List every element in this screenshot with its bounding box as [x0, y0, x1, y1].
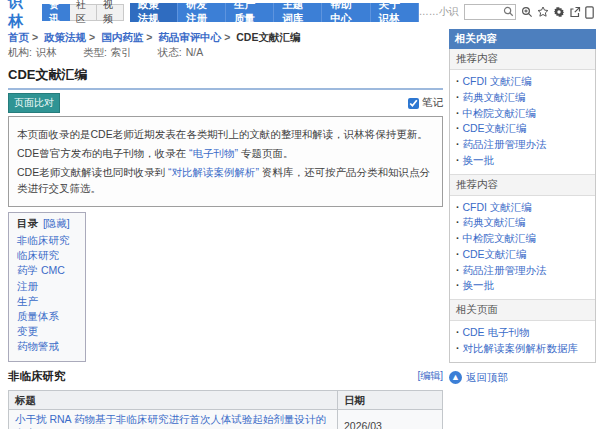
breadcrumb-separator: > [224, 31, 230, 43]
search-icon[interactable] [503, 6, 514, 19]
toc-item-changes[interactable]: 变更 [17, 324, 75, 339]
sidebar-link-registration-measures[interactable]: 药品注册管理办法 [456, 137, 589, 153]
toc-item-nonclinical[interactable]: 非临床研究 [17, 233, 75, 248]
zoom-in-icon[interactable] [521, 6, 533, 18]
tab-community[interactable]: 社区 [70, 4, 97, 21]
intro-paragraph-1: 本页面收录的是CDE老师近期发表在各类期刊上的文献的整理和解读，识林将保持更新。 [17, 127, 434, 142]
page: 识林 资讯 社区 视频 政策法规 研发注册 生产质量 主题词库 帮助中心 关于识… [0, 0, 600, 429]
sidebar-link-pharmacopoeia[interactable]: 药典文献汇编 [456, 90, 589, 106]
breadcrumb-policy[interactable]: 政策法规 [44, 31, 86, 43]
toc-hide-toggle[interactable]: [隐藏] [43, 217, 70, 229]
nav-production-quality[interactable]: 生产质量 [226, 3, 274, 22]
nav-topic-glossary[interactable]: 主题词库 [274, 3, 322, 22]
meta-type-label: 类型: [83, 46, 107, 58]
sidebar-link-nifdc[interactable]: 中检院文献汇编 [456, 231, 589, 247]
related-pages-links: CDE 电子刊物 对比解读案例解析数据库 [450, 321, 595, 362]
note-checkbox[interactable] [408, 98, 419, 109]
breadcrumb-home[interactable]: 首页 [8, 31, 29, 43]
intro-p2-text: CDE曾官方发布的电子刊物，收录在 [17, 147, 189, 159]
toc-title: 目录 [17, 217, 38, 229]
breadcrumb-cde[interactable]: 药品审评中心 [158, 31, 221, 43]
breadcrumb-separator: > [32, 31, 38, 43]
intro-box: 本页面收录的是CDE老师近期发表在各类期刊上的文献的整理和解读，识林将保持更新。… [8, 116, 443, 207]
nav-policy-regulations[interactable]: 政策法规 [130, 3, 178, 22]
meta-type: 类型:索引 [83, 46, 132, 60]
case-analysis-link[interactable]: “对比解读案例解析” [168, 166, 259, 178]
meta-status: 状态:N/A [158, 46, 203, 60]
related-sidebar: 相关内容 推荐内容 CFDI 文献汇编 药典文献汇编 中检院文献汇编 CDE文献… [449, 29, 596, 385]
intro-paragraph-2: CDE曾官方发布的电子刊物，收录在 “电子刊物” 专题页面。 [17, 146, 434, 161]
gear-icon[interactable] [553, 6, 565, 18]
table-row: 小干扰 RNA 药物基于非临床研究进行首次人体试验起始剂量设计的考虑 2026/… [9, 409, 443, 429]
meta-type-value: 索引 [111, 46, 132, 58]
back-to-top-label: 返回顶部 [466, 371, 508, 385]
column-header-date: 日期 [338, 390, 443, 409]
related-pages-title: 相关页面 [450, 299, 595, 321]
sidebar-box: 推荐内容 CFDI 文献汇编 药典文献汇编 中检院文献汇编 CDE文献汇编 药品… [449, 49, 596, 363]
doc-title-cell: 小干扰 RNA 药物基于非临床研究进行首次人体试验起始剂量设计的考虑 [9, 409, 338, 429]
recommended-links-2: CFDI 文献汇编 药典文献汇编 中检院文献汇编 CDE文献汇编 药品注册管理办… [450, 196, 595, 300]
star-icon[interactable] [537, 6, 549, 18]
column-header-title: 标题 [9, 390, 338, 409]
page-title: CDE文献汇编 [8, 64, 443, 90]
sidebar-link-cfdi[interactable]: CFDI 文献汇编 [456, 200, 589, 216]
toc-item-clinical[interactable]: 临床研究 [17, 248, 75, 263]
back-to-top-button[interactable]: ▲ 返回顶部 [449, 371, 596, 385]
sidebar-refresh-link[interactable]: 换一批 [456, 153, 589, 169]
toc-item-registration[interactable]: 注册 [17, 279, 75, 294]
e-journal-link[interactable]: “电子刊物” [189, 147, 238, 159]
nav-rd-registration[interactable]: 研发注册 [178, 3, 226, 22]
meta-org-label: 机构: [8, 46, 32, 58]
meta-status-label: 状态: [158, 46, 182, 58]
breadcrumb: 首页> 政策法规> 国内药监> 药品审评中心> CDE文献汇编 [8, 31, 300, 45]
main-nav: 政策法规 研发注册 生产质量 主题词库 帮助中心 关于识林 [130, 3, 419, 22]
share-icon[interactable] [569, 6, 581, 18]
nonclinical-section: 非临床研究 [编辑] 标题 日期 小干扰 RNA 药物基于非临床研究进行首次人体… [8, 369, 443, 429]
tab-video[interactable]: 视频 [97, 4, 124, 21]
doc-link[interactable]: 小干扰 RNA 药物基于非临床研究进行首次人体试验起始剂量设计的考虑 [15, 413, 326, 429]
sidebar-link-cde[interactable]: CDE文献汇编 [456, 247, 589, 263]
table-of-contents: 目录 [隐藏] 非临床研究 临床研究 药学 CMC 注册 生产 质量体系 变更 … [8, 212, 86, 362]
toc-item-quality-system[interactable]: 质量体系 [17, 309, 75, 324]
recommended-section-title: 推荐内容 [450, 49, 595, 70]
sidebar-refresh-link[interactable]: 换一批 [456, 278, 589, 294]
toc-title-row: 目录 [隐藏] [17, 217, 75, 231]
page-compare-button[interactable]: 页面比对 [8, 93, 60, 113]
section-edit-link[interactable]: [编辑] [417, 369, 443, 383]
search-box [464, 4, 516, 20]
breadcrumb-separator: > [89, 31, 95, 43]
section-header: 非临床研究 [编辑] [8, 369, 443, 384]
documents-table: 标题 日期 小干扰 RNA 药物基于非临床研究进行首次人体试验起始剂量设计的考虑… [8, 390, 443, 429]
toolbar-icons [521, 6, 594, 19]
toc-item-pharmacovigilance[interactable]: 药物警戒 [17, 339, 75, 354]
nav-about[interactable]: 关于识林 [371, 3, 419, 22]
main-content: 机构:识林 类型:索引 状态:N/A CDE文献汇编 页面比对 笔记 本页面收录… [8, 46, 443, 429]
breadcrumb-separator: > [146, 31, 152, 43]
toc-item-cmc[interactable]: 药学 CMC [17, 263, 75, 278]
meta-org-value: 识林 [36, 46, 57, 58]
note-toggle[interactable]: 笔记 [408, 96, 443, 110]
sidebar-link-case-database[interactable]: 对比解读案例解析数据库 [456, 341, 589, 357]
section-title: 非临床研究 [8, 369, 66, 384]
intro-p3-text: CDE老师文献解读也同时收录到 [17, 166, 168, 178]
recommended-links: CFDI 文献汇编 药典文献汇编 中检院文献汇编 CDE文献汇编 药品注册管理办… [450, 70, 595, 174]
page-actions: 页面比对 笔记 [8, 95, 443, 111]
sidebar-link-registration-measures[interactable]: 药品注册管理办法 [456, 263, 589, 279]
breadcrumb-domestic-regulator[interactable]: 国内药监 [101, 31, 143, 43]
up-arrow-icon: ▲ [449, 371, 462, 384]
sidebar-link-cfdi[interactable]: CFDI 文献汇编 [456, 74, 589, 90]
sidebar-link-e-journal[interactable]: CDE 电子刊物 [456, 325, 589, 341]
site-logo[interactable]: 识林 [8, 0, 34, 31]
mobile-icon[interactable] [585, 6, 594, 19]
table-header-row: 标题 日期 [9, 390, 443, 409]
toc-item-production[interactable]: 生产 [17, 294, 75, 309]
tab-news[interactable]: 资讯 [42, 4, 70, 21]
user-greeting: ……小识 [419, 5, 459, 19]
meta-status-value: N/A [186, 46, 204, 58]
nav-help-center[interactable]: 帮助中心 [322, 3, 370, 22]
doc-date-cell: 2026/03 [338, 409, 443, 429]
sidebar-link-nifdc[interactable]: 中检院文献汇编 [456, 106, 589, 122]
meta-org: 机构:识林 [8, 46, 57, 60]
sidebar-link-pharmacopoeia[interactable]: 药典文献汇编 [456, 215, 589, 231]
sidebar-link-cde[interactable]: CDE文献汇编 [456, 121, 589, 137]
